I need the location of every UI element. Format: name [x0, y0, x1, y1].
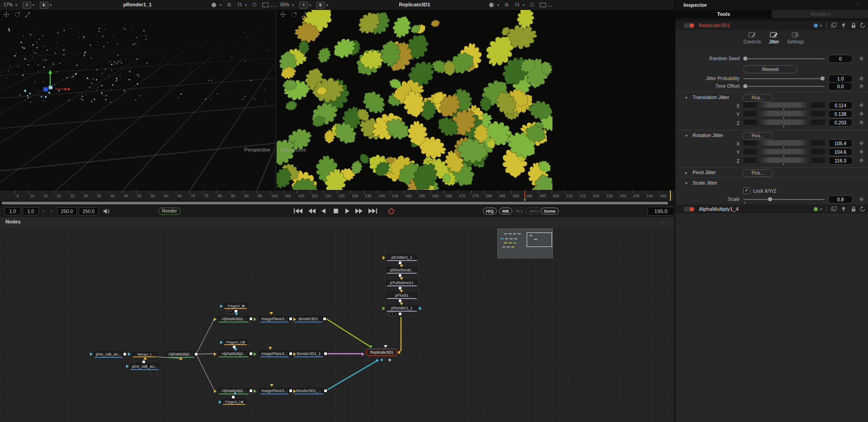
nodes-menu-icon[interactable]: ... — [661, 218, 666, 223]
port-triangle-icon[interactable] — [128, 352, 131, 356]
node-enable-toggle[interactable] — [684, 207, 694, 212]
global-start-field[interactable]: 1.0 — [5, 207, 21, 215]
keyframe-diamond-icon[interactable] — [859, 76, 864, 81]
scrollbar-thumb[interactable] — [2, 202, 668, 204]
render-end-field[interactable]: 250.0 — [57, 207, 77, 215]
quality-aprx[interactable]: APrx — [526, 208, 542, 214]
graph-node-replicate3d1[interactable]: Replicate3D1 — [366, 349, 397, 356]
rotation-x-range-slider[interactable] — [743, 140, 825, 146]
graph-node-pine-oak-au-[interactable]: pine_oak_au... — [94, 351, 123, 358]
port-square-icon[interactable] — [123, 352, 127, 356]
tab-tools[interactable]: Tools — [675, 10, 772, 18]
quality-mb[interactable]: MB — [499, 208, 512, 214]
port-square-icon[interactable] — [289, 389, 292, 393]
port-triangle-icon[interactable] — [235, 313, 238, 316]
chevron-down-icon[interactable]: ▾ — [245, 3, 247, 7]
step-back-button[interactable]: ‹ — [42, 208, 44, 213]
translation-x-value[interactable]: 0.114 — [828, 101, 853, 109]
lock-xyz-checkbox[interactable]: ✓ — [743, 187, 750, 194]
port-triangle-icon[interactable] — [375, 359, 379, 361]
lut-icon[interactable]: ☊ — [237, 2, 242, 8]
stereo-icon[interactable]: ⧉ — [227, 2, 231, 8]
port-triangle-icon[interactable] — [254, 318, 256, 321]
graph-node-imageplane3-[interactable]: ImagePlane3... — [260, 316, 289, 322]
keyframe-diamond-icon[interactable] — [859, 84, 864, 89]
time-offset-slider[interactable] — [743, 86, 825, 87]
port-square-icon[interactable] — [234, 309, 238, 313]
graph-node-pflock1[interactable]: pFlock1 — [387, 293, 417, 299]
port-square-icon[interactable] — [249, 389, 253, 393]
step-forward-button[interactable]: › — [51, 208, 52, 213]
translation-z-value[interactable]: 0.203 — [828, 119, 853, 127]
port-triangle-icon[interactable] — [214, 318, 217, 321]
playback-controls[interactable] — [294, 208, 402, 214]
node-enable-toggle[interactable] — [684, 23, 694, 28]
stereo-icon[interactable]: ⧉ — [505, 2, 509, 8]
port-triangle-icon[interactable] — [400, 265, 403, 267]
chevron-right-icon[interactable]: ▸ — [685, 171, 688, 175]
chevron-down-icon[interactable]: ▾ — [523, 3, 524, 7]
quality-prx[interactable]: Prx — [513, 208, 526, 214]
rotation-pick-button[interactable]: Pick... — [742, 132, 773, 140]
port-triangle-icon[interactable] — [270, 384, 274, 387]
tab-modifiers[interactable]: Modifiers — [772, 10, 868, 18]
graph-node-bender3d1[interactable]: Bender3D1 — [294, 316, 323, 322]
node-color-dot[interactable] — [814, 207, 818, 211]
port-triangle-icon[interactable] — [293, 389, 296, 393]
region-icon[interactable] — [540, 3, 546, 7]
port-square-icon[interactable] — [142, 360, 146, 364]
region-icon[interactable] — [262, 3, 269, 7]
port-triangle-icon[interactable] — [220, 304, 223, 308]
reset-icon[interactable] — [860, 23, 866, 28]
color-control-icon[interactable] — [212, 3, 216, 7]
port-square-icon[interactable] — [289, 317, 292, 321]
pin-icon[interactable] — [841, 206, 846, 212]
port-square-icon[interactable] — [398, 312, 402, 316]
audio-icon[interactable] — [103, 208, 110, 214]
port-square-icon[interactable] — [388, 358, 392, 362]
pin-icon[interactable] — [841, 23, 846, 28]
port-triangle-icon[interactable] — [233, 392, 237, 394]
port-square-icon[interactable] — [231, 395, 235, 399]
port-triangle-icon[interactable] — [214, 352, 217, 356]
translation-y-value[interactable]: 0.138 — [828, 110, 853, 118]
quality-hiq[interactable]: HiQ — [483, 208, 497, 214]
chevron-down-icon[interactable]: ▾ — [220, 3, 222, 7]
port-triangle-icon[interactable] — [254, 389, 256, 393]
port-square-icon[interactable] — [324, 389, 327, 393]
rotation-y-range-slider[interactable] — [743, 149, 825, 154]
port-triangle-icon[interactable] — [369, 346, 373, 348]
graph-node-imageplane3-[interactable]: ImagePlane3... — [260, 351, 289, 357]
scale-value[interactable]: 0.8 — [828, 195, 853, 204]
port-square-icon[interactable] — [398, 274, 402, 277]
port-square-icon[interactable] — [323, 317, 326, 321]
port-triangle-icon[interactable] — [362, 352, 364, 356]
viewport-tools[interactable] — [3, 11, 30, 18]
port-triangle-icon[interactable] — [90, 352, 93, 356]
keyframe-diamond-icon[interactable] — [859, 158, 864, 163]
pivot-pick-button[interactable]: Pick... — [742, 169, 773, 177]
viewport-right-render[interactable]: Perspective — [277, 10, 675, 190]
translation-x-range-slider[interactable] — [743, 102, 825, 108]
graph-node-alphamultipl-[interactable]: AlphaMultipl... — [218, 316, 249, 322]
color-control-icon[interactable] — [489, 3, 494, 7]
port-triangle-icon[interactable] — [214, 389, 217, 393]
split-view-icon[interactable]: ◫ — [530, 2, 534, 7]
keyframe-diamond-icon[interactable] — [859, 103, 864, 108]
keyframe-diamond-icon[interactable] — [859, 141, 864, 146]
graph-node-pine-oak-au-[interactable]: pine_oak_au... — [130, 364, 159, 370]
chevron-down-icon[interactable]: ▾ — [820, 24, 822, 28]
reset-icon[interactable] — [860, 206, 866, 212]
time-offset-value[interactable]: 0.0 — [828, 82, 853, 90]
port-triangle-icon[interactable] — [234, 348, 237, 351]
keyframe-diamond-icon[interactable] — [859, 120, 864, 125]
port-square-icon[interactable] — [324, 352, 327, 356]
render-start-field[interactable]: 1.0 — [23, 207, 39, 215]
viewport-left-3d[interactable]: Perspective — [0, 10, 275, 190]
graph-node-pdirectional-[interactable]: pDirectional... — [387, 267, 417, 274]
rotation-z-range-slider[interactable] — [743, 157, 825, 163]
port-dot-icon[interactable] — [241, 401, 243, 403]
port-triangle-icon[interactable] — [400, 303, 403, 305]
graph-node-bender3d1-[interactable]: Bender3D1_... — [294, 388, 324, 394]
split-view-icon[interactable]: ◫ — [252, 2, 256, 7]
